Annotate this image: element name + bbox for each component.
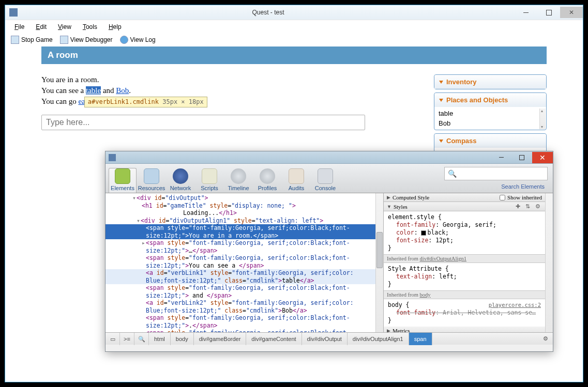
dom-node[interactable]: Blue;font-size:12pt;" class="cmdlink">Bo… bbox=[105, 307, 375, 315]
tab-profiles[interactable]: Profiles bbox=[253, 168, 281, 193]
inherited-from: Inherited from body bbox=[384, 290, 545, 299]
devtools-title-bar[interactable]: ✕ bbox=[105, 151, 553, 164]
dom-scrollbar[interactable] bbox=[375, 193, 383, 332]
dock-icon[interactable]: ▭ bbox=[105, 333, 120, 345]
title-bar[interactable]: Quest - test ✕ bbox=[5, 5, 583, 20]
search-box[interactable]: 🔍 bbox=[444, 167, 548, 180]
dom-node-selected[interactable]: <a id="verbLink1" style="font-family:Geo… bbox=[105, 269, 375, 277]
compass-header[interactable]: Compass bbox=[434, 134, 546, 148]
stop-game-button[interactable]: Stop Game bbox=[8, 35, 56, 45]
dom-node[interactable]: <span style="font-family:Georgia, serif;… bbox=[105, 284, 375, 292]
tab-timeline[interactable]: Timeline bbox=[224, 168, 252, 193]
inherited-link[interactable]: div#divOutputAlign1 bbox=[420, 256, 466, 261]
toggle-states-icon[interactable]: ⇅ bbox=[524, 203, 532, 210]
styles-header[interactable]: ▼Styles✚⇅⚙ bbox=[384, 202, 545, 211]
inventory-panel: Inventory bbox=[434, 74, 547, 89]
dom-node[interactable]: ▾<div id="divOutputAlign1" style="text-a… bbox=[105, 217, 375, 225]
view-log-button[interactable]: View Log bbox=[117, 35, 159, 45]
css-file-link[interactable]: playercore.css:2 bbox=[489, 301, 541, 309]
breadcrumb[interactable]: html bbox=[149, 333, 171, 345]
inherited-from: Inherited from div#divOutputAlign1 bbox=[384, 254, 545, 263]
object-link-bob[interactable]: Bob bbox=[116, 86, 129, 95]
dom-node[interactable]: <h1 id="gameTitle" style="display: none;… bbox=[105, 202, 375, 210]
breadcrumb[interactable]: div#gameBorder bbox=[194, 333, 247, 345]
places-item-table[interactable]: table bbox=[434, 109, 546, 118]
dom-node[interactable]: size:12pt;">You can see a </span> bbox=[105, 262, 375, 270]
info-icon bbox=[120, 36, 128, 44]
style-rule[interactable]: element.style { font-family: Georgia, se… bbox=[384, 211, 545, 254]
breadcrumb[interactable]: div#divOutputAlign1 bbox=[348, 333, 409, 345]
inherited-link[interactable]: body bbox=[420, 292, 431, 298]
dom-node[interactable]: ▸<span style="font-family:Georgia, serif… bbox=[105, 329, 375, 332]
game-output: You are in a room. You can see a table a… bbox=[41, 74, 427, 107]
show-inherited-checkbox[interactable] bbox=[500, 195, 505, 200]
command-input[interactable] bbox=[41, 115, 365, 130]
output-line: You can go eaa#verbLink1.cmdlink 35px × … bbox=[41, 96, 427, 107]
tab-console[interactable]: Console bbox=[311, 168, 339, 193]
menu-edit[interactable]: Edit bbox=[31, 22, 52, 32]
minimize-button[interactable] bbox=[515, 7, 537, 18]
menu-file[interactable]: File bbox=[9, 22, 29, 32]
console-icon bbox=[318, 168, 333, 184]
settings-gear-icon[interactable]: ⚙ bbox=[538, 335, 553, 342]
scrollbar[interactable]: ▴▾ bbox=[539, 109, 546, 129]
devtools-tabs: Elements Resources Network Scripts Timel… bbox=[105, 164, 553, 193]
dom-node-selected-parent[interactable]: size:12pt;">You are in a room.</span> bbox=[105, 232, 375, 240]
dom-node[interactable]: <span style="font-family:Georgia, serif;… bbox=[105, 314, 375, 322]
view-debugger-button[interactable]: View Debugger bbox=[57, 35, 116, 45]
menu-view[interactable]: View bbox=[53, 22, 77, 32]
menu-tools[interactable]: Tools bbox=[78, 22, 102, 32]
close-button[interactable]: ✕ bbox=[560, 7, 583, 18]
breadcrumb[interactable]: div#divOutput bbox=[302, 333, 348, 345]
devtools-minimize[interactable] bbox=[491, 152, 511, 163]
dom-node-selected[interactable]: Blue;font-size:12pt;" class="cmdlink">ta… bbox=[105, 277, 375, 285]
dom-node[interactable]: size:12pt;">…</span> bbox=[105, 247, 375, 255]
styles-scrollbar[interactable] bbox=[545, 193, 553, 332]
search-icon: 🔍 bbox=[448, 169, 457, 178]
breadcrumb[interactable]: div#gameContent bbox=[246, 333, 301, 345]
menu-help[interactable]: Help bbox=[103, 22, 127, 32]
metrics-header[interactable]: ▶Metrics bbox=[384, 327, 545, 332]
console-toggle-icon[interactable]: >≡ bbox=[120, 333, 134, 345]
room-title: A room bbox=[41, 47, 547, 64]
breadcrumb-active[interactable]: span bbox=[409, 333, 432, 345]
dom-tree[interactable]: ▾<div id="divOutput"> <h1 id="gameTitle"… bbox=[105, 193, 375, 332]
color-swatch[interactable] bbox=[421, 230, 426, 236]
object-link-table[interactable]: table bbox=[86, 86, 101, 95]
search-input[interactable] bbox=[459, 170, 544, 177]
network-icon bbox=[173, 168, 188, 184]
tab-resources[interactable]: Resources bbox=[138, 168, 165, 193]
debugger-icon bbox=[60, 36, 68, 44]
search-icon[interactable]: 🔍 bbox=[134, 333, 149, 345]
dom-text[interactable]: Loading...</h1> bbox=[105, 209, 375, 217]
style-rule[interactable]: body {playercore.css:2 font-family: Aria… bbox=[384, 299, 545, 327]
scripts-icon bbox=[202, 168, 217, 184]
tab-elements[interactable]: Elements bbox=[109, 168, 137, 193]
devtools-close[interactable]: ✕ bbox=[532, 152, 553, 163]
dom-node[interactable]: size:12pt;"> and </span> bbox=[105, 292, 375, 300]
maximize-button[interactable] bbox=[537, 7, 560, 18]
places-panel: Places and Objects ▴▾ table Bob bbox=[434, 92, 547, 130]
breadcrumb[interactable]: body bbox=[171, 333, 194, 345]
inspector-tooltip: a#verbLink1.cmdlink 35px × 18px bbox=[84, 97, 207, 107]
dom-node[interactable]: ▾<div id="divOutput"> bbox=[105, 194, 375, 202]
gear-icon[interactable]: ⚙ bbox=[534, 203, 542, 210]
search-label: Search Elements bbox=[444, 183, 545, 190]
dom-node[interactable]: size:12pt;">.</span> bbox=[105, 322, 375, 330]
new-rule-icon[interactable]: ✚ bbox=[514, 203, 522, 210]
tab-scripts[interactable]: Scripts bbox=[195, 168, 223, 193]
places-item-bob[interactable]: Bob bbox=[434, 118, 546, 128]
devtools-maximize[interactable] bbox=[511, 152, 532, 163]
inventory-header[interactable]: Inventory bbox=[434, 75, 546, 89]
computed-style-header[interactable]: ▶Computed StyleShow inherited bbox=[384, 193, 545, 202]
dom-node-selected-parent[interactable]: <span style="font-family:Georgia, serif;… bbox=[105, 224, 375, 232]
tab-network[interactable]: Network bbox=[167, 168, 194, 193]
toolbar: Stop Game View Debugger View Log bbox=[5, 33, 583, 47]
dom-node[interactable]: <span style="font-family:Georgia, serif;… bbox=[105, 254, 375, 262]
tab-audits[interactable]: Audits bbox=[282, 168, 310, 193]
dom-node[interactable]: ▸<span style="font-family:Georgia, serif… bbox=[105, 239, 375, 247]
places-header[interactable]: Places and Objects bbox=[434, 93, 546, 107]
dom-node[interactable]: <a id="verbLink2" style="font-family:Geo… bbox=[105, 299, 375, 307]
profiles-icon bbox=[260, 168, 275, 184]
style-rule[interactable]: Style Attribute { text-align: left; } bbox=[384, 263, 545, 290]
